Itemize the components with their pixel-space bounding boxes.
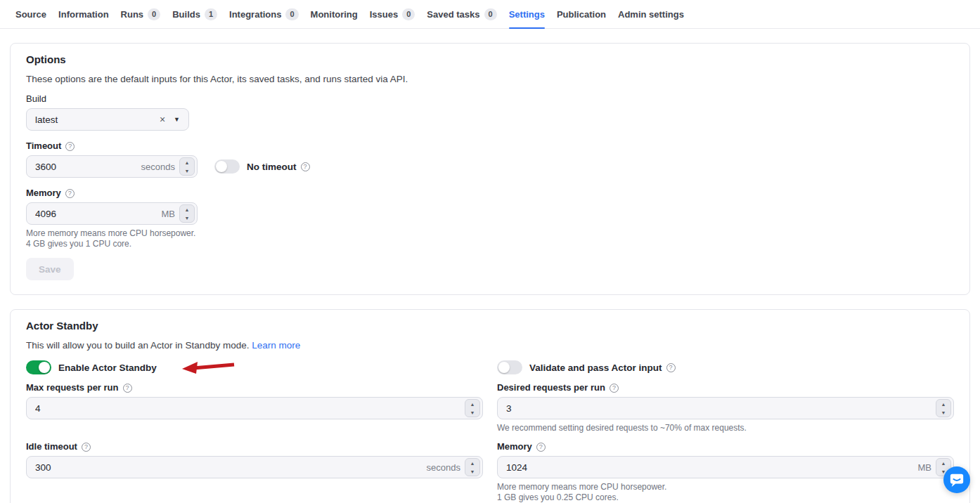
memory-label: Memory ? bbox=[26, 188, 954, 199]
help-icon[interactable]: ? bbox=[65, 142, 75, 151]
issues-count-badge: 0 bbox=[402, 8, 415, 20]
step-up-icon[interactable]: ▲ bbox=[936, 400, 950, 408]
step-down-icon[interactable]: ▼ bbox=[465, 467, 479, 476]
tab-source[interactable]: Source bbox=[15, 0, 46, 29]
tab-builds[interactable]: Builds1 bbox=[172, 0, 217, 29]
tab-runs[interactable]: Runs0 bbox=[121, 0, 161, 29]
save-button[interactable]: Save bbox=[26, 258, 74, 280]
toggle-knob bbox=[216, 161, 227, 172]
memory-helper: More memory means more CPU horsepower. 4… bbox=[26, 228, 954, 249]
options-card-title: Options bbox=[26, 53, 954, 66]
chat-launcher-button[interactable] bbox=[943, 466, 970, 493]
enable-actor-standby-label: Enable Actor Standby bbox=[58, 362, 157, 373]
step-up-icon[interactable]: ▲ bbox=[180, 158, 194, 166]
options-card: Options These options are the default in… bbox=[10, 43, 970, 295]
desired-requests-helper: We recommend setting desired requests to… bbox=[497, 423, 954, 433]
standby-memory-unit: MB bbox=[918, 462, 932, 473]
standby-card-title: Actor Standby bbox=[26, 320, 954, 332]
desired-requests-label: Desired requests per run ? bbox=[497, 382, 954, 393]
help-icon[interactable]: ? bbox=[301, 162, 310, 171]
red-annotation-arrow bbox=[182, 360, 237, 374]
build-label: Build bbox=[26, 93, 954, 105]
desired-requests-stepper: ▲ ▼ bbox=[936, 399, 951, 417]
clear-icon[interactable]: × bbox=[154, 114, 171, 125]
idle-timeout-unit: seconds bbox=[427, 462, 460, 473]
memory-input[interactable] bbox=[27, 209, 162, 219]
idle-timeout-stepper: ▲ ▼ bbox=[465, 458, 480, 476]
max-requests-input[interactable] bbox=[27, 403, 465, 414]
help-icon[interactable]: ? bbox=[82, 443, 91, 452]
tab-monitoring[interactable]: Monitoring bbox=[311, 0, 358, 29]
step-down-icon[interactable]: ▼ bbox=[180, 214, 194, 222]
tab-information[interactable]: Information bbox=[58, 0, 109, 29]
validate-pass-input-toggle[interactable] bbox=[497, 360, 522, 374]
timeout-label: Timeout ? bbox=[26, 141, 198, 152]
timeout-unit: seconds bbox=[141, 162, 175, 172]
toggle-knob bbox=[39, 362, 50, 373]
step-up-icon[interactable]: ▲ bbox=[936, 459, 950, 467]
validate-pass-input-label: Validate and pass Actor input ? bbox=[529, 362, 676, 373]
max-requests-stepper: ▲ ▼ bbox=[465, 399, 480, 417]
chevron-down-icon[interactable]: ▼ bbox=[171, 116, 188, 123]
help-icon[interactable]: ? bbox=[65, 189, 75, 198]
help-icon[interactable]: ? bbox=[536, 443, 546, 452]
arrow-left-icon bbox=[182, 360, 237, 374]
desired-requests-input[interactable] bbox=[498, 403, 936, 414]
options-card-description: These options are the default inputs for… bbox=[26, 74, 954, 85]
step-down-icon[interactable]: ▼ bbox=[936, 408, 950, 417]
desired-requests-input-group: ▲ ▼ bbox=[497, 397, 954, 419]
memory-input-group: MB ▲ ▼ bbox=[26, 202, 198, 225]
saved-tasks-count-badge: 0 bbox=[484, 8, 497, 20]
build-select[interactable]: latest × ▼ bbox=[26, 108, 189, 131]
toggle-knob bbox=[498, 362, 510, 373]
standby-memory-helper: More memory means more CPU horsepower. 1… bbox=[497, 482, 954, 503]
tab-publication[interactable]: Publication bbox=[557, 0, 606, 29]
idle-timeout-input-group: seconds ▲ ▼ bbox=[26, 456, 483, 478]
idle-timeout-input[interactable] bbox=[27, 462, 427, 473]
step-up-icon[interactable]: ▲ bbox=[465, 400, 479, 408]
tab-saved-tasks[interactable]: Saved tasks0 bbox=[427, 0, 496, 29]
idle-timeout-label: Idle timeout ? bbox=[26, 441, 483, 452]
help-icon[interactable]: ? bbox=[666, 363, 676, 372]
standby-memory-input-group: MB ▲ ▼ bbox=[497, 456, 954, 478]
help-icon[interactable]: ? bbox=[610, 384, 619, 393]
no-timeout-label: No timeout ? bbox=[247, 162, 310, 172]
no-timeout-toggle[interactable] bbox=[214, 159, 240, 174]
max-requests-label: Max requests per run ? bbox=[26, 382, 483, 393]
timeout-input[interactable] bbox=[27, 162, 141, 172]
builds-count-badge: 1 bbox=[205, 8, 217, 20]
actor-standby-card: Actor Standby This will allow you to bui… bbox=[10, 309, 970, 503]
memory-stepper: ▲ ▼ bbox=[179, 204, 195, 223]
actor-tab-nav: Source Information Runs0 Builds1 Integra… bbox=[0, 0, 980, 29]
standby-memory-input[interactable] bbox=[498, 462, 918, 473]
help-icon[interactable]: ? bbox=[123, 384, 132, 393]
standby-memory-label: Memory ? bbox=[497, 441, 954, 452]
timeout-input-group: seconds ▲ ▼ bbox=[26, 155, 198, 178]
step-down-icon[interactable]: ▼ bbox=[180, 166, 194, 175]
learn-more-link[interactable]: Learn more bbox=[252, 340, 300, 351]
step-up-icon[interactable]: ▲ bbox=[180, 205, 194, 214]
step-down-icon[interactable]: ▼ bbox=[465, 408, 479, 417]
tab-issues[interactable]: Issues0 bbox=[370, 0, 415, 29]
max-requests-input-group: ▲ ▼ bbox=[26, 397, 483, 419]
timeout-stepper: ▲ ▼ bbox=[179, 157, 195, 176]
tab-settings[interactable]: Settings bbox=[509, 0, 545, 29]
memory-unit: MB bbox=[162, 209, 176, 219]
tab-admin-settings[interactable]: Admin settings bbox=[618, 0, 684, 29]
standby-card-description: This will allow you to build an Actor in… bbox=[26, 340, 954, 351]
build-select-value: latest bbox=[27, 115, 154, 125]
integrations-count-badge: 0 bbox=[285, 8, 298, 20]
chat-bubble-icon bbox=[949, 472, 965, 488]
step-up-icon[interactable]: ▲ bbox=[465, 459, 479, 467]
runs-count-badge: 0 bbox=[148, 8, 160, 20]
enable-actor-standby-toggle[interactable] bbox=[26, 360, 51, 374]
tab-integrations[interactable]: Integrations0 bbox=[229, 0, 299, 29]
